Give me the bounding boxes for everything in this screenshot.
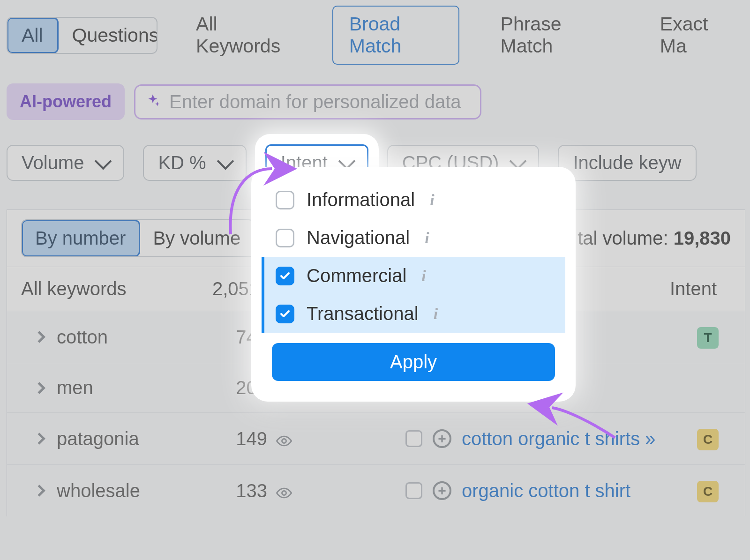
intent-badge: T bbox=[697, 327, 719, 349]
info-icon[interactable]: i bbox=[425, 229, 429, 247]
chevron-down-icon bbox=[338, 152, 355, 170]
add-keyword-icon[interactable]: + bbox=[433, 481, 451, 500]
eye-icon bbox=[276, 484, 292, 500]
intent-option-informational[interactable]: Informationali bbox=[262, 181, 565, 219]
apply-button[interactable]: Apply bbox=[272, 343, 555, 381]
table-row: wholesale133 +organic cotton t shirtC bbox=[7, 464, 745, 516]
keyword-link[interactable]: organic cotton t shirt bbox=[462, 480, 630, 501]
filter-cpc[interactable]: CPC (USD) bbox=[387, 145, 540, 181]
keyword-group[interactable]: men bbox=[35, 377, 223, 398]
sparkle-icon bbox=[144, 93, 162, 111]
keyword-cell: +cotton organic t shirts » bbox=[298, 428, 687, 449]
view-mode-group: By number By volume bbox=[21, 219, 255, 257]
keyword-group[interactable]: patagonia bbox=[35, 428, 223, 449]
filter-label: Intent bbox=[281, 152, 328, 173]
filter-intent[interactable]: Intent bbox=[265, 144, 368, 181]
filters-row: Volume KD % Intent CPC (USD) Include key… bbox=[7, 144, 745, 181]
tab-all-keywords[interactable]: All Keywords bbox=[179, 6, 308, 65]
filter-kd[interactable]: KD % bbox=[143, 145, 246, 181]
svg-point-3 bbox=[282, 491, 286, 495]
add-keyword-icon[interactable]: + bbox=[433, 429, 451, 448]
chevron-right-icon bbox=[33, 331, 45, 343]
tab-exact-match[interactable]: Exact Ma bbox=[643, 6, 745, 65]
chevron-right-icon bbox=[33, 485, 45, 496]
checkbox[interactable] bbox=[276, 229, 294, 247]
keyword-checkbox[interactable] bbox=[405, 430, 422, 447]
intent-badge: C bbox=[697, 429, 719, 450]
header-all-keywords: All keywords bbox=[21, 278, 127, 299]
total-volume: tal volume: 19,830 bbox=[578, 228, 731, 249]
keyword-link[interactable]: cotton organic t shirts » bbox=[462, 428, 656, 449]
group-term: men bbox=[57, 377, 93, 398]
intent-col: C bbox=[687, 427, 731, 450]
group-term: patagonia bbox=[57, 428, 139, 449]
chevron-down-icon bbox=[95, 152, 112, 170]
option-label: Navigational bbox=[307, 227, 410, 248]
total-volume-value: 19,830 bbox=[674, 228, 731, 248]
intent-option-navigational[interactable]: Navigationali bbox=[262, 219, 565, 257]
intent-option-commercial[interactable]: Commerciali bbox=[262, 257, 565, 295]
option-label: Commercial bbox=[307, 265, 406, 286]
info-icon[interactable]: i bbox=[421, 267, 426, 285]
header-intent: Intent bbox=[670, 278, 731, 299]
chevron-down-icon bbox=[217, 152, 234, 170]
intent-option-transactional[interactable]: Transactionali bbox=[262, 295, 565, 333]
keyword-group[interactable]: cotton bbox=[35, 327, 223, 348]
total-volume-label: tal volume: bbox=[578, 228, 674, 248]
filter-label: CPC (USD) bbox=[402, 152, 499, 173]
group-term: cotton bbox=[57, 327, 108, 348]
chevron-right-icon bbox=[33, 382, 45, 394]
all-questions-group: All Questions bbox=[7, 17, 158, 54]
domain-input[interactable]: Enter domain for personalized data bbox=[134, 84, 481, 119]
chevron-down-icon bbox=[510, 152, 527, 170]
header-count: 2,051 bbox=[190, 278, 265, 299]
svg-point-2 bbox=[282, 439, 286, 443]
filter-label: KD % bbox=[158, 152, 206, 173]
info-icon[interactable]: i bbox=[434, 305, 438, 323]
domain-input-placeholder: Enter domain for personalized data bbox=[169, 91, 461, 112]
intent-badge: C bbox=[697, 481, 719, 502]
intent-col: T bbox=[687, 325, 731, 349]
filter-label: Include keyw bbox=[573, 152, 681, 173]
filter-label: Volume bbox=[22, 152, 84, 173]
eye-icon bbox=[276, 432, 292, 448]
tab-broad-match[interactable]: Broad Match bbox=[332, 6, 459, 65]
by-volume-button[interactable]: By volume bbox=[140, 220, 254, 256]
match-tabs: All Keywords Broad Match Phrase Match Ex… bbox=[179, 6, 745, 65]
group-term: wholesale bbox=[57, 480, 140, 501]
group-count: 133 bbox=[223, 480, 298, 501]
checkbox[interactable] bbox=[276, 191, 294, 209]
keyword-group[interactable]: wholesale bbox=[35, 480, 223, 501]
keyword-cell: +organic cotton t shirt bbox=[298, 480, 687, 501]
filter-include-keywords[interactable]: Include keyw bbox=[558, 145, 696, 181]
keyword-checkbox[interactable] bbox=[405, 482, 422, 499]
by-number-button[interactable]: By number bbox=[22, 220, 140, 256]
ai-bar: AI-powered Enter domain for personalized… bbox=[7, 83, 745, 120]
tab-phrase-match[interactable]: Phrase Match bbox=[484, 6, 619, 65]
chevron-right-icon bbox=[33, 433, 45, 444]
group-count: 149 bbox=[223, 428, 298, 449]
tab-all[interactable]: All bbox=[8, 18, 58, 53]
ai-powered-badge: AI-powered bbox=[7, 83, 125, 120]
info-icon[interactable]: i bbox=[430, 191, 434, 209]
option-label: Informational bbox=[307, 189, 415, 210]
checkbox[interactable] bbox=[276, 267, 294, 285]
intent-col: C bbox=[687, 479, 731, 502]
option-label: Transactional bbox=[307, 303, 419, 324]
filter-volume[interactable]: Volume bbox=[7, 145, 124, 181]
checkbox[interactable] bbox=[276, 305, 294, 323]
match-type-tabs: All Questions All Keywords Broad Match P… bbox=[7, 6, 745, 65]
tab-questions[interactable]: Questions bbox=[58, 18, 158, 53]
intent-dropdown: InformationaliNavigationaliCommercialiTr… bbox=[262, 177, 565, 391]
table-row: patagonia149 +cotton organic t shirts »C bbox=[7, 412, 745, 464]
